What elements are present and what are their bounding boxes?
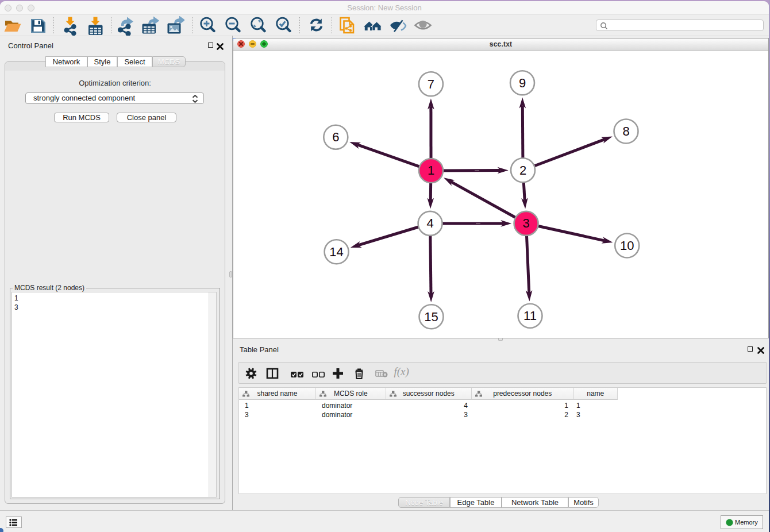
svg-text:11: 11 [523,309,537,323]
svg-text:6: 6 [332,130,339,144]
svg-text:8: 8 [622,124,629,138]
svg-text:3: 3 [522,216,529,230]
svg-text:4: 4 [426,216,433,230]
svg-text:15: 15 [424,310,438,324]
svg-text:9: 9 [519,76,526,90]
svg-text:2: 2 [519,163,526,178]
svg-text:14: 14 [329,245,343,259]
svg-text:1: 1 [428,163,434,178]
svg-text:10: 10 [620,238,634,253]
svg-text:7: 7 [428,77,434,91]
